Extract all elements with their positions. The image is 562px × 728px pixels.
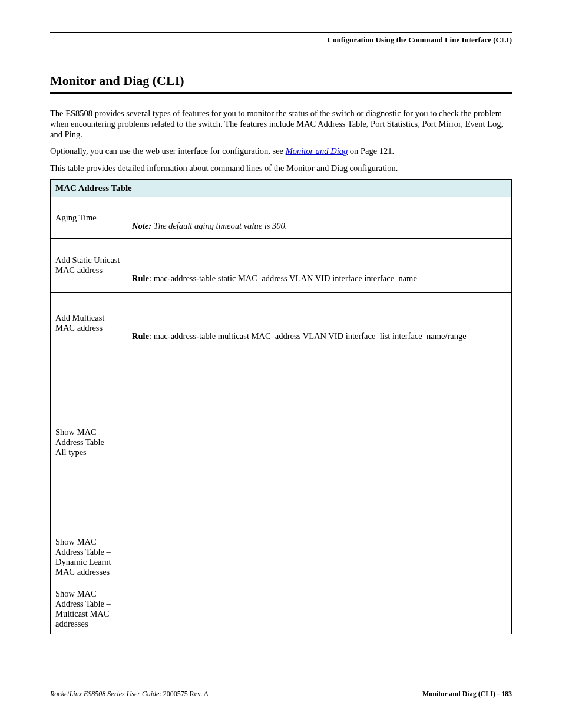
page-footer: RocketLinx ES8508 Series User Guide: 200…	[50, 686, 512, 699]
title-rule	[50, 92, 512, 94]
mac-address-table: MAC Address Table Aging Time Note: The d…	[50, 179, 512, 634]
row-content	[127, 584, 512, 634]
page-title: Monitor and Diag (CLI)	[50, 73, 512, 88]
row-content: Note: The default aging timeout value is…	[127, 197, 512, 238]
intro-paragraph-3: This table provides detailed information…	[50, 163, 512, 173]
row-content	[127, 531, 512, 584]
footer-doc-rev: : 2000575 Rev. A	[159, 690, 209, 698]
table-row: Add Multicast MAC address Rule: mac-addr…	[51, 292, 512, 354]
monitor-diag-link[interactable]: Monitor and Diag	[286, 146, 348, 156]
rule-body: : mac-address-table static MAC_address V…	[149, 274, 417, 283]
row-label: Add Multicast MAC address	[51, 292, 127, 354]
footer-right: Monitor and Diag (CLI) - 183	[422, 690, 512, 699]
table-row: Aging Time Note: The default aging timeo…	[51, 197, 512, 238]
footer-left: RocketLinx ES8508 Series User Guide: 200…	[50, 690, 209, 699]
table-row: Add Static Unicast MAC address Rule: mac…	[51, 238, 512, 292]
table-row: Show MAC Address Table – Multicast MAC a…	[51, 584, 512, 634]
row-content	[127, 354, 512, 531]
row-label: Aging Time	[51, 197, 127, 238]
table-row: Show MAC Address Table – All types	[51, 354, 512, 531]
intro-paragraph-2: Optionally, you can use the web user int…	[50, 146, 512, 156]
row-label: Show MAC Address Table – Dynamic Learnt …	[51, 531, 127, 584]
rule-label: Rule	[132, 274, 149, 283]
intro-p2-post: on Page 121.	[348, 146, 394, 156]
row-label: Show MAC Address Table – Multicast MAC a…	[51, 584, 127, 634]
row-content: Rule: mac-address-table multicast MAC_ad…	[127, 292, 512, 354]
intro-p2-pre: Optionally, you can use the web user int…	[50, 146, 286, 156]
note-label: Note:	[132, 221, 154, 230]
table-header: MAC Address Table	[51, 179, 512, 197]
row-content: Rule: mac-address-table static MAC_addre…	[127, 238, 512, 292]
note-body: The default aging timeout value is 300.	[154, 221, 287, 230]
row-label: Add Static Unicast MAC address	[51, 238, 127, 292]
rule-body: : mac-address-table multicast MAC_addres…	[149, 331, 467, 341]
running-head: Configuration Using the Command Line Int…	[50, 35, 512, 45]
row-label: Show MAC Address Table – All types	[51, 354, 127, 531]
intro-paragraph-1: The ES8508 provides several types of fea…	[50, 108, 512, 140]
footer-doc-title: RocketLinx ES8508 Series User Guide	[50, 690, 159, 698]
rule-label: Rule	[132, 331, 149, 341]
table-row: Show MAC Address Table – Dynamic Learnt …	[51, 531, 512, 584]
